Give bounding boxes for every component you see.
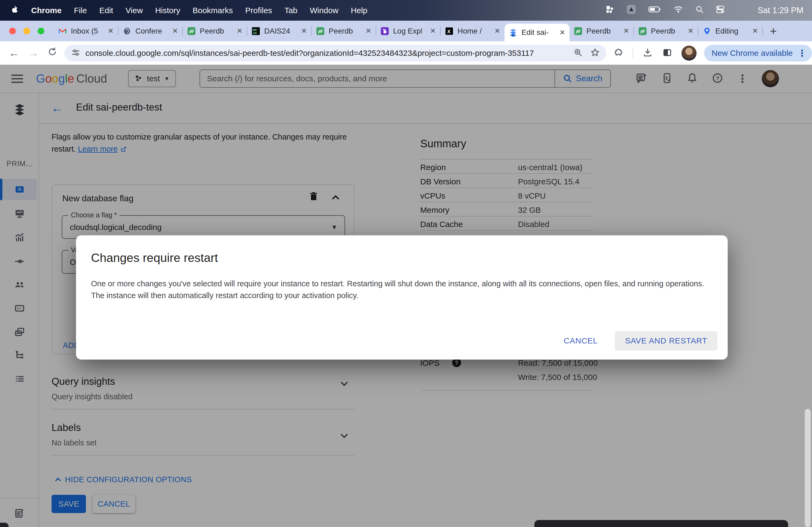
close-tab-icon[interactable]: ✕ (365, 27, 371, 35)
dais-icon: DAIS (251, 27, 260, 35)
menubar-app-icon[interactable] (626, 4, 637, 17)
menu-view[interactable]: View (126, 6, 143, 15)
close-tab-icon[interactable]: ✕ (559, 28, 565, 37)
menubar-clock[interactable]: Sat 1:29 PM (757, 6, 803, 15)
reload-icon[interactable] (47, 47, 57, 59)
changes-require-restart-dialog: Changes require restart One or more chan… (76, 235, 728, 360)
menu-chrome[interactable]: Chrome (31, 6, 61, 15)
menu-profiles[interactable]: Profiles (245, 6, 272, 15)
toolbar-divider (633, 48, 633, 59)
wifi-icon[interactable] (673, 5, 683, 15)
tab-peerdb-2[interactable]: Peerdb ✕ (312, 21, 376, 41)
close-tab-icon[interactable]: ✕ (301, 27, 307, 35)
tab-log-explorer[interactable]: Log Expl ✕ (376, 21, 440, 41)
siri-icon[interactable] (737, 6, 746, 15)
tab-label: Home / (458, 27, 492, 35)
browser-menu-icon[interactable]: ⋮ (798, 48, 807, 59)
svg-text:IS: IS (253, 31, 257, 35)
tab-label: DAIS24 (264, 27, 299, 35)
datadog-icon (380, 27, 389, 35)
menu-help[interactable]: Help (351, 6, 367, 15)
peerdb-icon (574, 27, 582, 35)
tab-label: Inbox (5 (71, 27, 105, 35)
menu-window[interactable]: Window (310, 6, 338, 15)
close-tab-icon[interactable]: ✕ (494, 27, 500, 35)
tab-inbox[interactable]: Inbox (5 ✕ (54, 21, 118, 41)
peerdb-icon (638, 27, 647, 35)
spotlight-search-icon[interactable] (695, 5, 704, 16)
side-panel-icon[interactable] (662, 47, 672, 59)
gmail-icon (58, 27, 67, 35)
site-settings-icon[interactable] (71, 48, 81, 59)
window-controls (0, 28, 54, 34)
control-center-icon[interactable] (715, 5, 725, 15)
close-tab-icon[interactable]: ✕ (236, 27, 243, 35)
tab-x-home[interactable]: X Home / ✕ (441, 21, 505, 41)
battery-icon (649, 5, 661, 15)
address-bar[interactable]: console.cloud.google.com/sql/instances/s… (64, 45, 606, 61)
tab-label: Confere (135, 27, 170, 35)
browser-toolbar: ← → console.cloud.google.com/sql/instanc… (0, 41, 812, 65)
menu-bookmarks[interactable]: Bookmarks (192, 6, 233, 15)
bookmark-star-icon[interactable] (590, 48, 600, 59)
stats-widget-icon[interactable] (605, 5, 614, 16)
peerdb-icon (316, 27, 325, 35)
scrollbar-thumb[interactable] (805, 409, 811, 527)
forward-icon[interactable]: → (28, 47, 39, 59)
download-icon[interactable] (642, 47, 653, 59)
tab-editing[interactable]: Editing ✕ (698, 21, 762, 41)
tab-label: Log Expl (393, 27, 428, 35)
zoom-page-icon[interactable] (574, 48, 583, 58)
tab-label: Peerdb (651, 27, 685, 35)
zoom-window-button[interactable] (38, 28, 44, 34)
location-pin-icon (703, 27, 711, 35)
tab-label: Editing (715, 27, 750, 35)
dialog-cancel-button[interactable]: CANCEL (558, 336, 603, 345)
update-pill-label: New Chrome available (712, 48, 793, 58)
back-icon[interactable]: ← (9, 47, 19, 59)
url-text[interactable]: console.cloud.google.com/sql/instances/s… (85, 48, 574, 58)
browser-profile-avatar[interactable] (682, 46, 697, 61)
tab-peerdb-1[interactable]: Peerdb ✕ (183, 21, 247, 41)
close-tab-icon[interactable]: ✕ (172, 27, 178, 35)
tab-label: Peerdb (200, 27, 234, 35)
tab-conference[interactable]: Confere ✕ (118, 21, 182, 41)
menu-file[interactable]: File (74, 6, 87, 15)
new-tab-button[interactable]: + (770, 25, 777, 38)
apple-menu-icon[interactable] (10, 5, 19, 16)
dialog-save-and-restart-button[interactable]: SAVE AND RESTART (615, 331, 717, 350)
close-tab-icon[interactable]: ✕ (108, 27, 114, 35)
macos-menu-bar: Chrome File Edit View History Bookmarks … (0, 0, 812, 21)
menu-edit[interactable]: Edit (99, 6, 113, 15)
minimize-window-button[interactable] (23, 28, 30, 34)
svg-text:X: X (447, 28, 451, 34)
tab-peerdb-4[interactable]: Peerdb ✕ (634, 21, 698, 41)
tab-dais24[interactable]: DAIS DAIS24 ✕ (247, 21, 311, 41)
chrome-tab-strip: Inbox (5 ✕ Confere ✕ Peerdb ✕ DAIS DAIS2… (0, 21, 812, 41)
close-tab-icon[interactable]: ✕ (623, 27, 629, 35)
macos-dock-edge[interactable] (534, 520, 788, 527)
tab-peerdb-3[interactable]: Peerdb ✕ (569, 21, 634, 41)
close-tab-icon[interactable]: ✕ (752, 27, 758, 35)
close-tab-icon[interactable]: ✕ (430, 27, 436, 35)
x-icon: X (445, 27, 453, 35)
cloud-sql-icon (509, 28, 518, 37)
chrome-update-pill[interactable]: New Chrome available ⋮ (704, 45, 812, 61)
tab-label: Peerdb (329, 27, 363, 35)
menu-tab[interactable]: Tab (284, 6, 297, 15)
extensions-icon[interactable] (613, 47, 624, 59)
tab-label: Edit sai- (521, 28, 557, 37)
close-window-button[interactable] (9, 28, 16, 34)
peerdb-icon (187, 27, 196, 35)
dialog-body-text: One or more changes you've selected will… (91, 278, 717, 301)
close-tab-icon[interactable]: ✕ (688, 27, 694, 35)
menu-history[interactable]: History (155, 6, 180, 15)
dialog-title: Changes require restart (91, 251, 218, 265)
svg-text:DA: DA (253, 28, 257, 31)
tab-label: Peerdb (586, 27, 621, 35)
tab-edit-sai-active[interactable]: Edit sai- ✕ (505, 24, 569, 41)
postgresql-icon (123, 27, 131, 35)
